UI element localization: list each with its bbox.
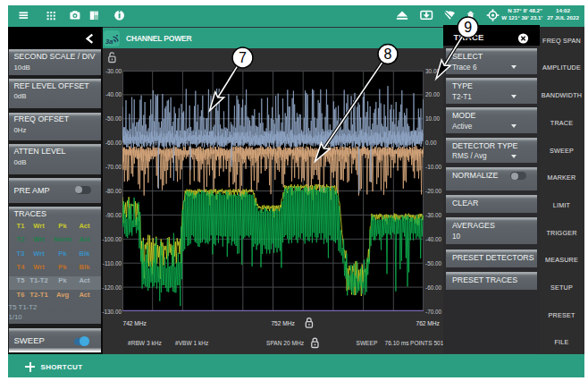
svg-text:7: 7 [239, 50, 247, 65]
svg-text:9: 9 [464, 20, 472, 35]
svg-text:8: 8 [384, 47, 392, 62]
